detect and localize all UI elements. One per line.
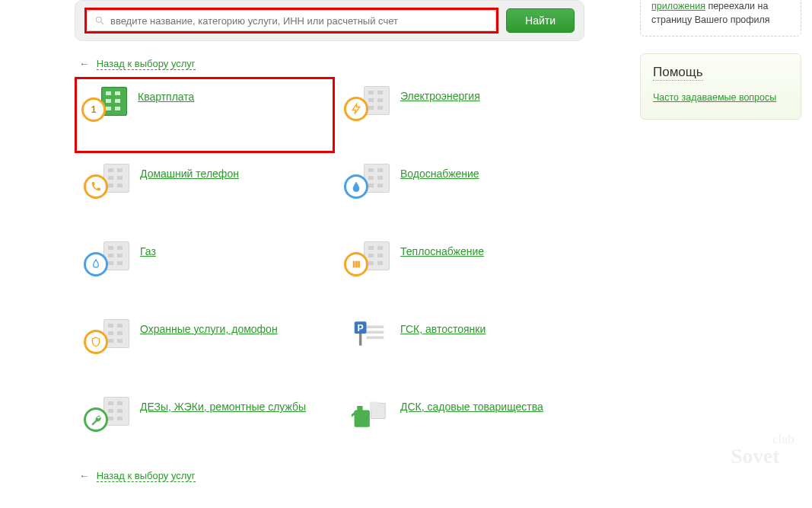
sidebar: приложения переехали на страницу Вашего … <box>640 0 801 120</box>
dsk-icon <box>344 397 390 432</box>
category-label: Охранные услуги, домофон <box>140 319 278 337</box>
search-bar: Найти <box>75 0 584 41</box>
back-link[interactable]: Назад к выбору услуг <box>97 470 196 482</box>
svg-rect-10 <box>359 334 362 346</box>
notice-box: приложения переехали на страницу Вашего … <box>640 0 801 37</box>
category-label: ГСК, автостоянки <box>400 319 486 337</box>
category-parking[interactable]: P ГСК, автостоянки <box>339 316 591 357</box>
heat-icon <box>344 241 390 276</box>
category-kvartplata[interactable]: 1 Квартплата <box>75 77 335 153</box>
category-label: Квартплата <box>138 87 194 104</box>
help-title[interactable]: Помощь <box>653 65 703 81</box>
water-icon <box>344 164 390 199</box>
svg-rect-3 <box>355 261 357 267</box>
category-phone[interactable]: Домашний телефон <box>79 161 330 202</box>
category-grid: 1 Квартплата Электроэнергия Домашний тел… <box>79 83 812 435</box>
category-heat[interactable]: Теплоснабжение <box>339 238 591 280</box>
security-icon <box>84 319 129 354</box>
svg-line-1 <box>101 22 104 25</box>
svg-rect-6 <box>367 331 384 334</box>
parking-icon: P <box>344 319 390 354</box>
search-field-highlight <box>84 8 498 34</box>
back-row-bottom: ← Назад к выбору услуг <box>79 470 812 481</box>
electricity-icon <box>344 86 390 121</box>
category-label: ДСК, садовые товарищества <box>400 397 543 414</box>
category-label: ДЕЗы, ЖЭКи, ремонтные службы <box>140 397 306 414</box>
category-label: Теплоснабжение <box>400 241 484 259</box>
category-gas[interactable]: Газ <box>79 238 330 280</box>
category-label: Водоснабжение <box>400 164 479 181</box>
svg-rect-2 <box>353 261 355 267</box>
back-link[interactable]: Назад к выбору услуг <box>97 58 196 70</box>
category-label: Домашний телефон <box>140 164 239 181</box>
arrow-left-icon: ← <box>79 58 89 69</box>
notice-link[interactable]: приложения <box>651 1 705 11</box>
category-dsk[interactable]: ДСК, садовые товарищества <box>339 394 591 435</box>
dez-icon <box>84 397 129 432</box>
svg-rect-13 <box>357 406 362 411</box>
search-input[interactable] <box>87 10 496 31</box>
kvartplata-icon: 1 <box>81 87 127 122</box>
category-dez[interactable]: ДЕЗы, ЖЭКи, ремонтные службы <box>79 394 330 435</box>
search-button[interactable]: Найти <box>506 8 575 33</box>
svg-text:P: P <box>358 323 364 334</box>
badge-number: 1 <box>91 104 97 115</box>
phone-icon <box>84 164 129 199</box>
svg-rect-5 <box>367 326 384 329</box>
category-label: Газ <box>140 241 156 259</box>
faq-link[interactable]: Часто задаваемые вопросы <box>653 92 776 103</box>
svg-rect-4 <box>358 261 360 267</box>
svg-rect-7 <box>367 337 384 340</box>
category-security[interactable]: Охранные услуги, домофон <box>79 316 330 357</box>
svg-text:Sovet: Sovet <box>731 444 780 468</box>
gas-icon <box>84 241 129 276</box>
help-box: Помощь Часто задаваемые вопросы <box>640 53 801 120</box>
category-water[interactable]: Водоснабжение <box>339 161 591 202</box>
category-label: Электроэнергия <box>400 86 480 104</box>
svg-point-0 <box>96 17 101 22</box>
search-icon <box>94 15 105 26</box>
arrow-left-icon: ← <box>79 470 89 481</box>
category-electricity[interactable]: Электроэнергия <box>339 83 591 124</box>
